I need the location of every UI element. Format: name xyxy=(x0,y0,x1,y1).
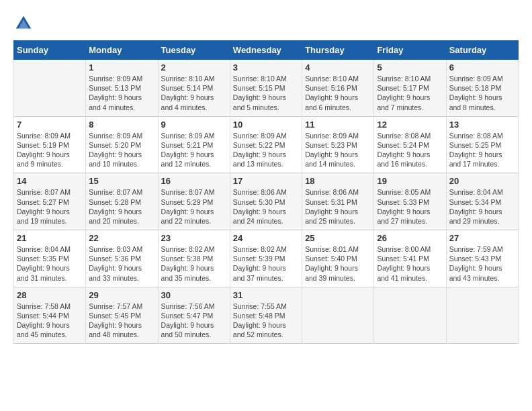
weekday-header: Monday xyxy=(86,41,158,60)
calendar-cell: 10Sunrise: 8:09 AM Sunset: 5:22 PM Dayli… xyxy=(230,116,302,173)
cell-info: Sunrise: 8:10 AM Sunset: 5:15 PM Dayligh… xyxy=(233,74,299,112)
day-number: 6 xyxy=(449,62,515,73)
cell-info: Sunrise: 8:10 AM Sunset: 5:17 PM Dayligh… xyxy=(377,74,443,112)
calendar-cell: 18Sunrise: 8:06 AM Sunset: 5:31 PM Dayli… xyxy=(302,173,374,230)
cell-info: Sunrise: 8:09 AM Sunset: 5:22 PM Dayligh… xyxy=(233,131,299,169)
cell-info: Sunrise: 7:56 AM Sunset: 5:47 PM Dayligh… xyxy=(161,302,227,340)
day-number: 2 xyxy=(161,62,227,73)
cell-info: Sunrise: 8:09 AM Sunset: 5:13 PM Dayligh… xyxy=(89,74,154,112)
calendar-cell: 28Sunrise: 7:58 AM Sunset: 5:44 PM Dayli… xyxy=(14,287,86,344)
day-number: 28 xyxy=(17,290,83,300)
calendar-cell: 24Sunrise: 8:02 AM Sunset: 5:39 PM Dayli… xyxy=(230,230,302,287)
calendar-body: 1Sunrise: 8:09 AM Sunset: 5:13 PM Daylig… xyxy=(14,60,519,344)
calendar-cell: 8Sunrise: 8:09 AM Sunset: 5:20 PM Daylig… xyxy=(86,116,158,173)
calendar-cell: 11Sunrise: 8:09 AM Sunset: 5:23 PM Dayli… xyxy=(302,116,374,173)
cell-info: Sunrise: 8:09 AM Sunset: 5:19 PM Dayligh… xyxy=(17,131,83,169)
calendar-cell: 26Sunrise: 8:00 AM Sunset: 5:41 PM Dayli… xyxy=(374,230,446,287)
weekday-header: Sunday xyxy=(14,41,86,60)
calendar-week-row: 21Sunrise: 8:04 AM Sunset: 5:35 PM Dayli… xyxy=(14,230,519,287)
cell-info: Sunrise: 8:09 AM Sunset: 5:20 PM Dayligh… xyxy=(89,131,154,169)
calendar-cell: 16Sunrise: 8:07 AM Sunset: 5:29 PM Dayli… xyxy=(158,173,230,230)
cell-info: Sunrise: 8:08 AM Sunset: 5:24 PM Dayligh… xyxy=(377,131,443,169)
calendar-table: SundayMondayTuesdayWednesdayThursdayFrid… xyxy=(13,40,519,344)
cell-info: Sunrise: 8:09 AM Sunset: 5:23 PM Dayligh… xyxy=(305,131,371,169)
cell-info: Sunrise: 8:07 AM Sunset: 5:29 PM Dayligh… xyxy=(161,187,227,226)
day-number: 15 xyxy=(89,176,154,186)
logo xyxy=(13,13,36,34)
calendar-cell: 14Sunrise: 8:07 AM Sunset: 5:27 PM Dayli… xyxy=(14,173,86,230)
cell-info: Sunrise: 8:08 AM Sunset: 5:25 PM Dayligh… xyxy=(449,131,515,169)
day-number: 18 xyxy=(305,176,371,186)
cell-info: Sunrise: 8:05 AM Sunset: 5:33 PM Dayligh… xyxy=(377,187,443,226)
calendar-week-row: 14Sunrise: 8:07 AM Sunset: 5:27 PM Dayli… xyxy=(14,173,519,230)
calendar-cell: 29Sunrise: 7:57 AM Sunset: 5:45 PM Dayli… xyxy=(86,287,158,344)
day-number: 16 xyxy=(161,176,227,186)
weekday-header: Wednesday xyxy=(230,41,302,60)
calendar-cell xyxy=(302,287,374,344)
day-number: 31 xyxy=(233,290,299,300)
day-number: 26 xyxy=(377,233,443,243)
calendar-cell: 1Sunrise: 8:09 AM Sunset: 5:13 PM Daylig… xyxy=(86,60,158,117)
cell-info: Sunrise: 8:07 AM Sunset: 5:27 PM Dayligh… xyxy=(17,187,83,226)
cell-info: Sunrise: 7:59 AM Sunset: 5:43 PM Dayligh… xyxy=(449,244,515,283)
cell-info: Sunrise: 7:57 AM Sunset: 5:45 PM Dayligh… xyxy=(89,302,154,340)
cell-info: Sunrise: 8:06 AM Sunset: 5:31 PM Dayligh… xyxy=(305,187,371,226)
cell-info: Sunrise: 8:10 AM Sunset: 5:16 PM Dayligh… xyxy=(305,74,371,112)
calendar-cell: 15Sunrise: 8:07 AM Sunset: 5:28 PM Dayli… xyxy=(86,173,158,230)
day-number: 19 xyxy=(377,176,443,186)
logo-icon xyxy=(13,13,34,34)
calendar-cell: 31Sunrise: 7:55 AM Sunset: 5:48 PM Dayli… xyxy=(230,287,302,344)
day-number: 1 xyxy=(89,62,154,73)
calendar-cell: 20Sunrise: 8:04 AM Sunset: 5:34 PM Dayli… xyxy=(446,173,518,230)
calendar-week-row: 1Sunrise: 8:09 AM Sunset: 5:13 PM Daylig… xyxy=(14,60,519,117)
calendar-cell: 21Sunrise: 8:04 AM Sunset: 5:35 PM Dayli… xyxy=(14,230,86,287)
day-number: 14 xyxy=(17,176,83,186)
day-number: 5 xyxy=(377,62,443,73)
calendar-cell: 19Sunrise: 8:05 AM Sunset: 5:33 PM Dayli… xyxy=(374,173,446,230)
calendar-cell xyxy=(446,287,518,344)
day-number: 30 xyxy=(161,290,227,300)
calendar-cell: 30Sunrise: 7:56 AM Sunset: 5:47 PM Dayli… xyxy=(158,287,230,344)
day-number: 27 xyxy=(449,233,515,243)
day-number: 3 xyxy=(233,62,299,73)
cell-info: Sunrise: 8:07 AM Sunset: 5:28 PM Dayligh… xyxy=(89,187,154,226)
cell-info: Sunrise: 8:03 AM Sunset: 5:36 PM Dayligh… xyxy=(89,244,154,283)
cell-info: Sunrise: 7:58 AM Sunset: 5:44 PM Dayligh… xyxy=(17,302,83,340)
day-number: 24 xyxy=(233,233,299,243)
calendar-cell: 27Sunrise: 7:59 AM Sunset: 5:43 PM Dayli… xyxy=(446,230,518,287)
day-number: 29 xyxy=(89,290,154,300)
calendar-week-row: 28Sunrise: 7:58 AM Sunset: 5:44 PM Dayli… xyxy=(14,287,519,344)
calendar-cell: 3Sunrise: 8:10 AM Sunset: 5:15 PM Daylig… xyxy=(230,60,302,117)
calendar-cell: 17Sunrise: 8:06 AM Sunset: 5:30 PM Dayli… xyxy=(230,173,302,230)
cell-info: Sunrise: 8:04 AM Sunset: 5:34 PM Dayligh… xyxy=(449,187,515,226)
day-number: 7 xyxy=(17,120,83,130)
cell-info: Sunrise: 8:01 AM Sunset: 5:40 PM Dayligh… xyxy=(305,244,371,283)
cell-info: Sunrise: 8:02 AM Sunset: 5:39 PM Dayligh… xyxy=(233,244,299,283)
day-number: 12 xyxy=(377,120,443,130)
calendar-cell: 6Sunrise: 8:09 AM Sunset: 5:18 PM Daylig… xyxy=(446,60,518,117)
calendar-cell: 9Sunrise: 8:09 AM Sunset: 5:21 PM Daylig… xyxy=(158,116,230,173)
cell-info: Sunrise: 7:55 AM Sunset: 5:48 PM Dayligh… xyxy=(233,302,299,340)
weekday-header: Tuesday xyxy=(158,41,230,60)
day-number: 4 xyxy=(305,62,371,73)
day-number: 11 xyxy=(305,120,371,130)
day-number: 17 xyxy=(233,176,299,186)
cell-info: Sunrise: 8:09 AM Sunset: 5:21 PM Dayligh… xyxy=(161,131,227,169)
calendar-cell: 25Sunrise: 8:01 AM Sunset: 5:40 PM Dayli… xyxy=(302,230,374,287)
day-number: 13 xyxy=(449,120,515,130)
weekday-header: Saturday xyxy=(446,41,518,60)
page-header xyxy=(13,13,519,34)
cell-info: Sunrise: 8:02 AM Sunset: 5:38 PM Dayligh… xyxy=(161,244,227,283)
calendar-cell: 13Sunrise: 8:08 AM Sunset: 5:25 PM Dayli… xyxy=(446,116,518,173)
calendar-week-row: 7Sunrise: 8:09 AM Sunset: 5:19 PM Daylig… xyxy=(14,116,519,173)
day-number: 10 xyxy=(233,120,299,130)
calendar-cell: 12Sunrise: 8:08 AM Sunset: 5:24 PM Dayli… xyxy=(374,116,446,173)
calendar-header: SundayMondayTuesdayWednesdayThursdayFrid… xyxy=(14,41,519,60)
weekday-header: Thursday xyxy=(302,41,374,60)
cell-info: Sunrise: 8:04 AM Sunset: 5:35 PM Dayligh… xyxy=(17,244,83,283)
day-number: 8 xyxy=(89,120,154,130)
calendar-cell: 5Sunrise: 8:10 AM Sunset: 5:17 PM Daylig… xyxy=(374,60,446,117)
day-number: 20 xyxy=(449,176,515,186)
calendar-cell: 23Sunrise: 8:02 AM Sunset: 5:38 PM Dayli… xyxy=(158,230,230,287)
day-number: 23 xyxy=(161,233,227,243)
